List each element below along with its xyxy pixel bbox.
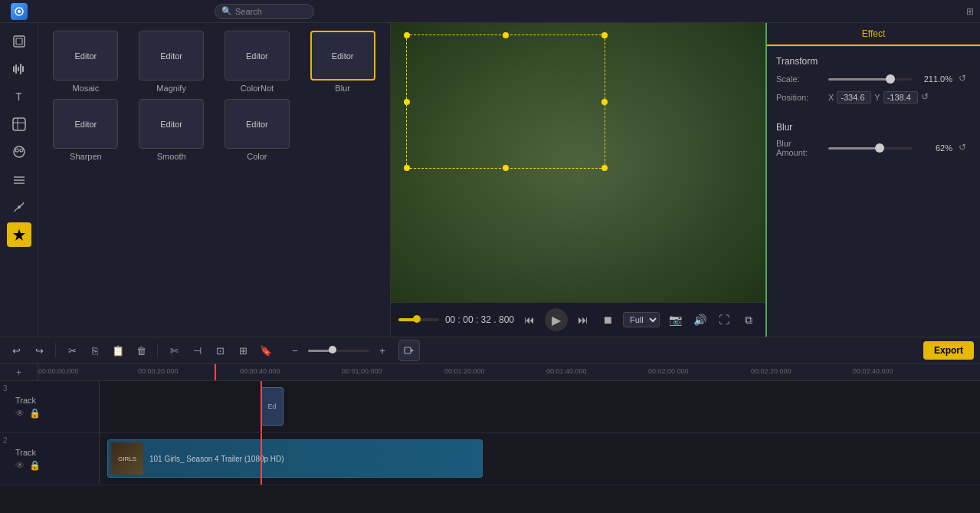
svg-rect-6 <box>18 67 19 71</box>
track-label-2: 2 Track 👁 🔒 <box>0 433 100 485</box>
track-lock-3[interactable]: 🔒 <box>29 408 41 419</box>
track-icons-2: 👁 🔒 <box>15 460 41 471</box>
fullscreen-btn[interactable]: ⛶ <box>715 311 733 329</box>
scale-reset[interactable]: ↺ <box>959 73 971 85</box>
position-reset[interactable]: ↺ <box>921 91 933 104</box>
mark-btn[interactable]: ✂ <box>62 340 82 360</box>
progress-handle[interactable] <box>413 315 421 323</box>
x-input[interactable] <box>837 91 871 104</box>
sidebar-item-motion[interactable] <box>7 195 31 219</box>
playhead-indicator[interactable] <box>215 364 216 380</box>
selection-box[interactable] <box>406 35 605 169</box>
timeline-ruler: + 00:00:00.000 00:00:20.000 00:00:40.000… <box>0 364 980 381</box>
audio-btn[interactable]: 🔊 <box>690 311 709 329</box>
cut-btn[interactable]: ✄ <box>164 340 184 360</box>
split-btn[interactable]: ⊣ <box>187 340 207 360</box>
effect-clip[interactable]: Ed <box>261 387 284 426</box>
handle-ml[interactable] <box>404 99 410 105</box>
effect-btn-mosaic[interactable]: Editor <box>53 31 118 81</box>
handle-br[interactable] <box>601 165 608 171</box>
handle-tl[interactable] <box>404 32 410 38</box>
svg-point-1 <box>18 10 21 13</box>
svg-point-13 <box>15 149 18 152</box>
svg-rect-5 <box>15 64 17 74</box>
track-lock-2[interactable]: 🔒 <box>29 460 41 471</box>
record-btn[interactable] <box>398 340 420 361</box>
blur-reset[interactable]: ↺ <box>959 142 971 154</box>
sidebar-item-favorites[interactable] <box>7 222 31 247</box>
tab-effect[interactable]: Effect <box>767 23 980 46</box>
redo-btn[interactable]: ↪ <box>29 340 49 360</box>
svg-rect-8 <box>22 66 24 72</box>
stop-btn[interactable]: ⏹ <box>598 311 617 329</box>
handle-tm[interactable] <box>503 32 509 38</box>
effect-btn-magnify[interactable]: Editor <box>139 31 204 81</box>
next-frame-btn[interactable]: ⏭ <box>574 311 592 329</box>
blur-slider[interactable] <box>828 147 912 150</box>
zoom-controls: − + <box>285 340 392 360</box>
quality-select[interactable]: Full <box>623 312 660 327</box>
sidebar-item-effects[interactable] <box>7 140 31 164</box>
effect-magnify: Editor Magnify <box>132 31 211 93</box>
zoom-minus-btn[interactable]: − <box>285 340 305 360</box>
effect-mosaic: Editor Mosaic <box>46 31 126 93</box>
speed-btn[interactable]: ⊞ <box>233 340 253 360</box>
effect-btn-smooth[interactable]: Editor <box>139 99 204 149</box>
blur-value: 62% <box>918 143 952 153</box>
scale-label: Scale: <box>776 74 822 84</box>
timeline: + 00:00:00.000 00:00:20.000 00:00:40.000… <box>0 364 980 513</box>
pip-btn[interactable]: ⧉ <box>739 311 758 329</box>
sidebar-item-stickers[interactable] <box>7 112 31 136</box>
blur-amount-row: Blur Amount: 62% ↺ <box>776 139 971 157</box>
zoom-slider[interactable] <box>308 350 369 352</box>
track-content-2: GIRLS 101 Girls_ Season 4 Trailer (1080p… <box>100 433 980 485</box>
track-num-2: 2 <box>3 436 8 445</box>
sidebar-item-text[interactable]: T <box>7 84 31 109</box>
handle-bl[interactable] <box>404 165 410 171</box>
zoom-plus-btn[interactable]: + <box>372 340 392 360</box>
svg-marker-19 <box>13 229 25 241</box>
effect-blur: Editor Blur <box>303 31 382 93</box>
sidebar-item-audio[interactable] <box>7 57 31 81</box>
play-btn[interactable]: ▶ <box>545 308 568 331</box>
crop-btn[interactable]: ⊡ <box>210 340 230 360</box>
separator-1 <box>55 343 56 358</box>
effect-label-blur: Blur <box>335 84 350 93</box>
effect-colornot: Editor ColorNot <box>218 31 297 93</box>
handle-mr[interactable] <box>601 99 608 105</box>
right-panel-content: Transform Scale: 211.0% ↺ Position: X <box>767 47 980 173</box>
logo-icon <box>11 3 28 20</box>
screenshot-btn[interactable]: 📷 <box>666 311 684 329</box>
sidebar-item-transitions[interactable] <box>7 167 31 192</box>
effect-btn-blur[interactable]: Editor <box>310 31 375 81</box>
track-eye-3[interactable]: 👁 <box>15 408 25 419</box>
paste-btn[interactable]: 📋 <box>108 340 128 360</box>
handle-tr[interactable] <box>601 32 608 38</box>
add-track-btn[interactable]: + <box>0 364 38 380</box>
search-box[interactable]: 🔍 Search <box>215 4 314 19</box>
toolbar-row: ↩ ↪ ✂ ⎘ 📋 🗑 ✄ ⊣ ⊡ ⊞ 🔖 − + Export <box>0 337 980 364</box>
handle-bm[interactable] <box>503 165 509 171</box>
undo-btn[interactable]: ↩ <box>6 340 26 360</box>
delete-btn[interactable]: 🗑 <box>131 340 151 360</box>
effect-btn-sharpen[interactable]: Editor <box>53 99 118 149</box>
progress-bar[interactable] <box>398 318 439 321</box>
tick-7: 00:02:20.000 <box>751 367 792 375</box>
position-xy: X Y ↺ <box>828 91 933 104</box>
y-input[interactable] <box>883 91 918 104</box>
export-btn[interactable]: Export <box>923 341 974 360</box>
video-clip[interactable]: GIRLS 101 Girls_ Season 4 Trailer (1080p… <box>107 439 483 478</box>
bookmark-btn[interactable]: 🔖 <box>256 340 276 360</box>
copy-btn[interactable]: ⎘ <box>85 340 105 360</box>
grid-icon[interactable]: ⊞ <box>966 6 974 17</box>
y-label: Y <box>874 93 880 102</box>
prev-frame-btn[interactable]: ⏮ <box>520 311 539 329</box>
effect-btn-color[interactable]: Editor <box>225 99 290 149</box>
app-logo <box>0 3 38 20</box>
track-eye-2[interactable]: 👁 <box>15 460 25 471</box>
effect-label-colornot: ColorNot <box>241 84 274 93</box>
scale-slider[interactable] <box>828 78 912 81</box>
effects-grid: Editor Mosaic Editor Magnify Editor Colo… <box>38 23 390 169</box>
effect-btn-colornot[interactable]: Editor <box>225 31 290 81</box>
sidebar-item-layers[interactable] <box>7 29 31 54</box>
